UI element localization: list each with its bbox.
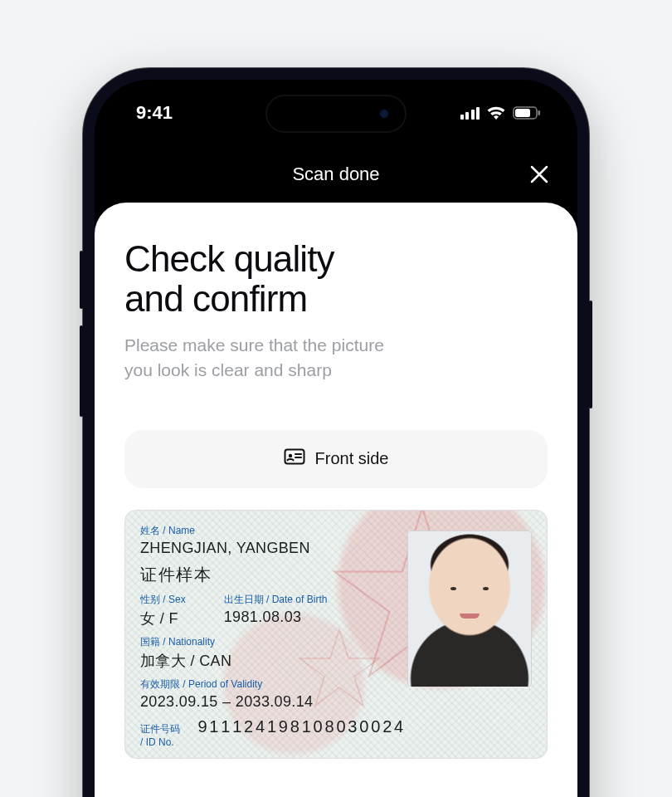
status-right-cluster xyxy=(460,105,542,120)
svg-rect-1 xyxy=(515,109,530,117)
close-button[interactable] xyxy=(528,163,551,186)
id-dob-label: 出生日期 / Date of Birth xyxy=(224,593,328,607)
dynamic-island xyxy=(265,95,407,133)
phone-side-button xyxy=(589,301,592,408)
id-number-value: 911124198108030024 xyxy=(197,717,406,736)
battery-icon xyxy=(513,106,541,120)
wifi-icon xyxy=(486,105,506,120)
id-name-value: ZHENGJIAN, YANGBEN xyxy=(140,540,406,557)
id-validity-value: 2023.09.15 – 2033.09.14 xyxy=(140,693,406,711)
close-icon xyxy=(528,163,551,186)
headline-line-1: Check quality xyxy=(124,238,334,279)
page-headline: Check quality and confirm xyxy=(124,239,548,320)
side-indicator-chip[interactable]: Front side xyxy=(124,430,548,488)
id-validity-label: 有效期限 / Period of Validity xyxy=(140,677,406,692)
content-sheet: Check quality and confirm Please make su… xyxy=(95,203,577,797)
id-sex-label: 性别 / Sex xyxy=(140,593,186,607)
id-nationality-label: 国籍 / Nationality xyxy=(140,635,406,649)
id-sex-value: 女 / F xyxy=(140,609,186,628)
id-name-label: 姓名 / Name xyxy=(140,524,406,538)
nav-title: Scan done xyxy=(292,164,379,185)
id-number-label: 证件号码 / ID No. xyxy=(140,722,183,748)
side-indicator-label: Front side xyxy=(315,449,389,468)
svg-point-4 xyxy=(288,454,291,457)
id-name-cjk: 证件样本 xyxy=(140,564,406,586)
svg-rect-3 xyxy=(285,450,304,464)
subtext-line-1: Please make sure that the picture xyxy=(124,335,384,354)
subtext-line-2: you look is clear and sharp xyxy=(124,360,332,379)
svg-rect-2 xyxy=(538,110,541,115)
nav-bar: Scan done xyxy=(95,146,577,203)
id-card-icon xyxy=(284,448,305,469)
id-dob-value: 1981.08.03 xyxy=(224,609,328,626)
phone-frame: 9:41 xyxy=(83,68,589,797)
cellular-signal-icon xyxy=(460,106,480,120)
status-time: 9:41 xyxy=(136,102,173,124)
id-card-preview[interactable]: 姓名 / Name ZHENGJIAN, YANGBEN 证件样本 性别 / S… xyxy=(124,510,548,759)
id-photo xyxy=(407,531,532,687)
headline-line-2: and confirm xyxy=(124,278,307,319)
page-subtext: Please make sure that the picture you lo… xyxy=(124,333,548,384)
id-nationality-value: 加拿大 / CAN xyxy=(140,651,406,671)
phone-screen: 9:41 xyxy=(95,80,577,797)
